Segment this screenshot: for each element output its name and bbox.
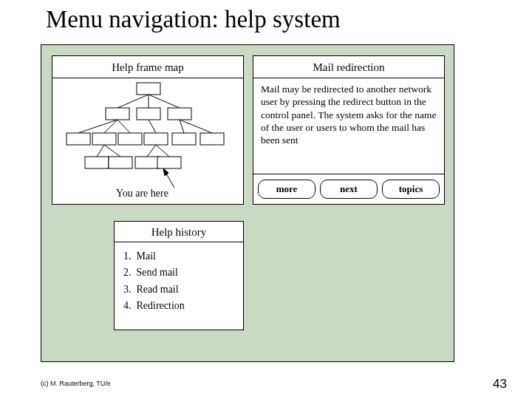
svg-line-8 bbox=[180, 120, 212, 133]
svg-rect-20 bbox=[144, 133, 168, 145]
svg-line-0 bbox=[117, 95, 149, 108]
svg-line-10 bbox=[104, 145, 120, 157]
topics-button[interactable]: topics bbox=[382, 180, 440, 199]
svg-line-11 bbox=[147, 145, 156, 157]
tree-diagram bbox=[52, 78, 245, 205]
svg-rect-16 bbox=[168, 108, 191, 120]
svg-rect-15 bbox=[137, 108, 160, 120]
help-frame-map-title: Help frame map bbox=[52, 56, 243, 78]
svg-line-12 bbox=[156, 145, 169, 157]
svg-rect-21 bbox=[172, 133, 196, 145]
svg-rect-17 bbox=[66, 133, 90, 145]
svg-line-3 bbox=[78, 120, 117, 133]
slide-title: Menu navigation: help system bbox=[46, 6, 341, 33]
more-button[interactable]: more bbox=[258, 180, 316, 199]
page-number: 43 bbox=[493, 377, 507, 392]
svg-line-6 bbox=[149, 120, 156, 133]
frame-map-body: You are here bbox=[52, 78, 243, 204]
svg-rect-19 bbox=[118, 133, 142, 145]
history-item: 4. Redirection bbox=[123, 298, 234, 314]
next-button[interactable]: next bbox=[320, 180, 378, 199]
help-history-panel: Help history 1. Mail 2. Send mail 3. Rea… bbox=[114, 221, 244, 330]
svg-rect-18 bbox=[92, 133, 116, 145]
mail-redirection-body: Mail may be redirected to another networ… bbox=[253, 78, 444, 174]
you-are-here-label: You are here bbox=[116, 188, 168, 200]
help-history-list: 1. Mail 2. Send mail 3. Read mail 4. Red… bbox=[115, 242, 243, 321]
svg-line-7 bbox=[180, 120, 184, 133]
svg-marker-28 bbox=[163, 168, 168, 176]
svg-rect-26 bbox=[157, 157, 181, 168]
history-item: 1. Mail bbox=[123, 248, 234, 265]
svg-line-2 bbox=[149, 95, 180, 108]
svg-line-5 bbox=[117, 120, 130, 133]
mail-redirection-panel: Mail redirection Mail may be redirected … bbox=[253, 55, 445, 205]
svg-rect-13 bbox=[137, 83, 160, 95]
copyright-text: (c) M. Rauterberg, TU/e bbox=[41, 380, 111, 387]
button-row: more next topics bbox=[253, 174, 444, 204]
history-item: 2. Send mail bbox=[123, 265, 234, 281]
history-item: 3. Read mail bbox=[123, 282, 234, 298]
help-frame-map-panel: Help frame map bbox=[52, 55, 244, 205]
help-history-title: Help history bbox=[115, 222, 243, 242]
svg-rect-25 bbox=[135, 157, 159, 168]
svg-rect-14 bbox=[106, 108, 129, 120]
svg-rect-23 bbox=[85, 157, 109, 168]
svg-line-9 bbox=[97, 145, 104, 157]
figure-area: Help frame map bbox=[41, 44, 454, 362]
mail-redirection-title: Mail redirection bbox=[253, 56, 444, 78]
svg-rect-24 bbox=[109, 157, 132, 168]
svg-rect-22 bbox=[200, 133, 224, 145]
